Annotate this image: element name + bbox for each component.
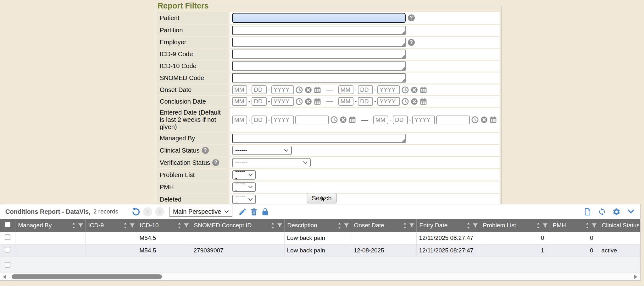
column-header-icd9[interactable]: ICD-9	[85, 219, 137, 232]
clear-icon[interactable]	[339, 116, 347, 124]
clear-icon[interactable]	[480, 116, 488, 124]
column-header-managed_by[interactable]: Managed By	[15, 219, 85, 232]
row-checkbox[interactable]	[5, 235, 10, 240]
calendar-icon[interactable]	[348, 116, 356, 124]
sort-icon[interactable]	[123, 222, 127, 229]
entered-date-end-mm-input[interactable]	[373, 116, 388, 124]
problem-list-select[interactable]: ------	[232, 170, 256, 180]
search-button[interactable]: Search	[307, 193, 336, 203]
scrollbar-thumb[interactable]	[12, 274, 162, 279]
column-header-pmh[interactable]: PMH	[550, 219, 599, 232]
filter-funnel-icon[interactable]	[542, 223, 548, 228]
scroll-left-arrow-icon[interactable]	[3, 275, 6, 279]
help-icon[interactable]: ?	[408, 39, 415, 46]
deleted-select[interactable]: ------	[232, 195, 256, 204]
undo-icon[interactable]	[132, 208, 140, 216]
entered-date-end-dd-input[interactable]	[393, 116, 408, 124]
onset-date-start-dd-input[interactable]	[252, 85, 267, 94]
refresh-icon[interactable]	[598, 208, 606, 216]
filter-funnel-icon[interactable]	[130, 223, 135, 228]
filter-funnel-icon[interactable]	[78, 223, 83, 228]
select-all-checkbox[interactable]	[5, 222, 10, 227]
pmh-select[interactable]: ------	[232, 182, 256, 192]
entered-date-start-yyyy-input[interactable]	[271, 116, 294, 124]
filter-funnel-icon[interactable]	[184, 223, 189, 228]
clock-icon[interactable]	[471, 116, 479, 124]
sort-icon[interactable]	[466, 222, 470, 229]
edit-pencil-icon[interactable]	[238, 208, 247, 216]
sort-icon[interactable]	[536, 222, 540, 229]
filter-funnel-icon[interactable]	[409, 223, 414, 228]
entered-date-end-yyyy-input[interactable]	[412, 116, 435, 124]
column-header-onset_date[interactable]: Onset Date	[351, 219, 416, 232]
sort-icon[interactable]	[177, 222, 181, 229]
column-header-description[interactable]: Description	[284, 219, 351, 232]
help-icon[interactable]: ?	[408, 14, 415, 21]
sort-icon[interactable]	[403, 222, 407, 229]
employer-input[interactable]	[232, 38, 406, 47]
column-header-entry_date[interactable]: Entry Date	[416, 219, 480, 232]
clock-icon[interactable]	[295, 86, 303, 94]
clear-icon[interactable]	[410, 98, 418, 105]
clock-icon[interactable]	[401, 86, 409, 94]
lock-icon[interactable]	[261, 208, 269, 216]
patient-input[interactable]	[232, 13, 406, 23]
column-header-select[interactable]	[0, 219, 15, 232]
sort-icon[interactable]	[72, 222, 76, 229]
onset-date-start-mm-input[interactable]	[232, 85, 247, 94]
verification-status-select[interactable]: ------	[232, 158, 311, 167]
scroll-right-arrow-icon[interactable]	[634, 275, 637, 279]
delete-trash-icon[interactable]	[250, 208, 258, 216]
clock-icon[interactable]	[401, 98, 409, 105]
onset-date-end-mm-input[interactable]	[338, 85, 353, 94]
column-header-snomed_concept_id[interactable]: SNOMED Concept ID	[191, 219, 284, 232]
conclusion-date-start-mm-input[interactable]	[232, 97, 247, 106]
managed-by-input[interactable]	[232, 134, 406, 143]
icd9-code-input[interactable]	[232, 50, 406, 59]
sort-icon[interactable]	[337, 222, 341, 229]
filter-funnel-icon[interactable]	[344, 223, 349, 228]
row-checkbox[interactable]	[5, 247, 10, 252]
collapse-chevron-icon[interactable]	[627, 208, 635, 216]
settings-gear-icon[interactable]	[612, 208, 621, 216]
clear-icon[interactable]	[410, 86, 418, 94]
clear-icon[interactable]	[304, 98, 312, 105]
icd10-code-input[interactable]	[232, 62, 406, 71]
nav-back-button[interactable]	[143, 207, 152, 216]
column-header-icd10[interactable]: ICD-10	[137, 219, 191, 232]
perspective-select[interactable]: Main Perspective	[169, 207, 232, 217]
onset-date-end-dd-input[interactable]	[358, 85, 373, 94]
conclusion-date-end-yyyy-input[interactable]	[377, 97, 400, 106]
calendar-icon[interactable]	[314, 98, 321, 105]
row-checkbox[interactable]	[5, 262, 10, 267]
nav-forward-button[interactable]	[155, 207, 164, 216]
entered-date-end-time-input[interactable]	[436, 116, 470, 124]
conclusion-date-start-dd-input[interactable]	[252, 97, 267, 106]
column-header-clinical_status[interactable]: Clinical Status	[599, 219, 641, 232]
conclusion-date-start-yyyy-input[interactable]	[271, 97, 294, 106]
entered-date-start-dd-input[interactable]	[252, 116, 267, 124]
filter-funnel-icon[interactable]	[473, 223, 478, 228]
conclusion-date-end-mm-input[interactable]	[338, 97, 353, 106]
calendar-icon[interactable]	[314, 86, 321, 94]
calendar-icon[interactable]	[489, 116, 497, 124]
filter-funnel-icon[interactable]	[277, 223, 282, 228]
partition-input[interactable]	[232, 26, 406, 35]
calendar-icon[interactable]	[419, 86, 427, 94]
clock-icon[interactable]	[295, 98, 303, 105]
clock-icon[interactable]	[330, 116, 338, 124]
help-icon[interactable]: ?	[202, 147, 209, 154]
sort-icon[interactable]	[585, 222, 589, 229]
clinical-status-select[interactable]: ------	[232, 146, 292, 155]
clear-icon[interactable]	[304, 86, 312, 94]
onset-date-start-yyyy-input[interactable]	[271, 85, 294, 94]
column-header-problem_list[interactable]: Problem List	[480, 219, 550, 232]
entered-date-start-mm-input[interactable]	[232, 116, 247, 124]
conclusion-date-end-dd-input[interactable]	[358, 97, 373, 106]
snomed-code-input[interactable]	[232, 73, 406, 83]
sort-icon[interactable]	[271, 222, 275, 229]
onset-date-end-yyyy-input[interactable]	[377, 85, 400, 94]
filter-funnel-icon[interactable]	[591, 223, 597, 228]
help-icon[interactable]: ?	[212, 159, 219, 166]
entered-date-start-time-input[interactable]	[295, 116, 329, 124]
